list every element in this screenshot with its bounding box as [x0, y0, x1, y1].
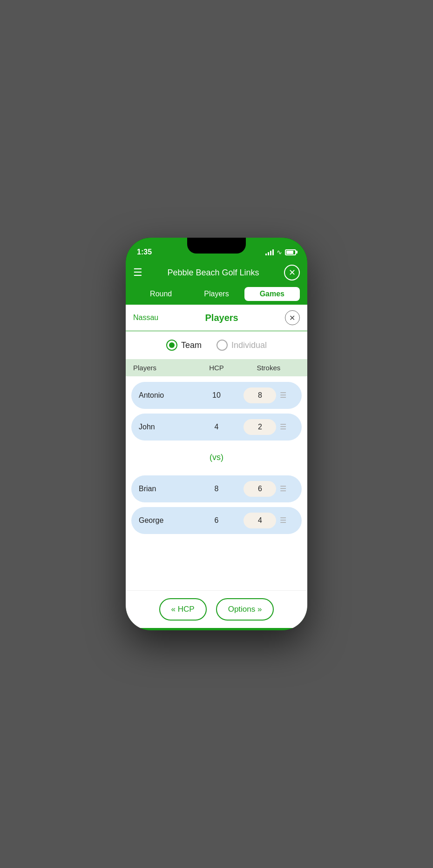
signal-bars-icon [265, 249, 274, 255]
player-name-george: George [139, 516, 197, 525]
player-row-brian: Brian 8 6 ☰ [131, 475, 302, 502]
player-hcp-george: 6 [197, 516, 236, 525]
status-icons: ∿ [265, 248, 296, 256]
drag-handle-john[interactable]: ☰ [280, 423, 286, 431]
tab-players[interactable]: Players [189, 287, 244, 301]
player-strokes-wrap-john: 2 ☰ [236, 419, 294, 435]
battery-icon [285, 249, 296, 255]
player-strokes-wrap-brian: 6 ☰ [236, 481, 294, 497]
player-strokes-wrap-antonio: 8 ☰ [236, 387, 294, 403]
drag-handle-george[interactable]: ☰ [280, 517, 286, 524]
team-individual-radio-group: Team Individual [126, 331, 307, 359]
tab-bar: Round Players Games [126, 285, 307, 305]
player-name-brian: Brian [139, 485, 197, 493]
phone-frame: 1:35 ∿ ☰ Pebble Beach Golf Links ✕ Round… [126, 238, 307, 630]
bottom-buttons: « HCP Options » [126, 590, 307, 628]
col-header-hcp: HCP [196, 364, 237, 372]
header-title: Pebble Beach Golf Links [167, 268, 259, 278]
player-hcp-antonio: 10 [197, 391, 236, 400]
player-strokes-brian[interactable]: 6 [244, 481, 276, 497]
team2-section: Brian 8 6 ☰ George 6 4 ☰ [126, 470, 307, 542]
app-footer: i [126, 628, 307, 630]
radio-team-label: Team [181, 341, 202, 350]
radio-individual-label: Individual [231, 341, 267, 350]
col-header-players: Players [133, 364, 196, 372]
options-button[interactable]: Options » [216, 598, 274, 621]
radio-team[interactable]: Team [166, 340, 202, 351]
radio-team-circle [166, 340, 177, 351]
sub-header: Nassau Players ✕ [126, 305, 307, 331]
sub-header-title: Players [205, 313, 238, 323]
notch [187, 238, 246, 254]
hcp-button[interactable]: « HCP [159, 598, 207, 621]
player-strokes-george[interactable]: 4 [244, 513, 276, 528]
player-strokes-antonio[interactable]: 8 [244, 387, 276, 403]
app-header: ☰ Pebble Beach Golf Links ✕ [126, 261, 307, 285]
sub-header-nassau[interactable]: Nassau [133, 314, 158, 322]
player-hcp-john: 4 [197, 423, 236, 431]
wifi-icon: ∿ [277, 248, 282, 256]
vs-separator: (vs) [126, 449, 307, 470]
sub-header-close-button[interactable]: ✕ [285, 310, 300, 325]
player-name-john: John [139, 423, 197, 431]
radio-individual[interactable]: Individual [216, 340, 267, 351]
main-content: Nassau Players ✕ Team Individual Players… [126, 305, 307, 590]
drag-handle-brian[interactable]: ☰ [280, 485, 286, 493]
status-time: 1:35 [137, 248, 152, 256]
player-row-john: John 4 2 ☰ [131, 414, 302, 441]
player-strokes-wrap-george: 4 ☰ [236, 513, 294, 528]
table-header: Players HCP Strokes [126, 359, 307, 376]
tab-round[interactable]: Round [133, 287, 189, 301]
drag-handle-antonio[interactable]: ☰ [280, 392, 286, 399]
player-row-george: George 6 4 ☰ [131, 507, 302, 534]
player-hcp-brian: 8 [197, 485, 236, 493]
player-row-antonio: Antonio 10 8 ☰ [131, 382, 302, 409]
hamburger-icon[interactable]: ☰ [133, 267, 142, 278]
col-header-strokes: Strokes [237, 364, 300, 372]
tab-games[interactable]: Games [244, 287, 300, 301]
player-name-antonio: Antonio [139, 391, 197, 400]
header-close-button[interactable]: ✕ [284, 265, 300, 280]
player-strokes-john[interactable]: 2 [244, 419, 276, 435]
radio-individual-circle [216, 340, 228, 351]
team1-section: Antonio 10 8 ☰ John 4 2 ☰ [126, 376, 307, 449]
